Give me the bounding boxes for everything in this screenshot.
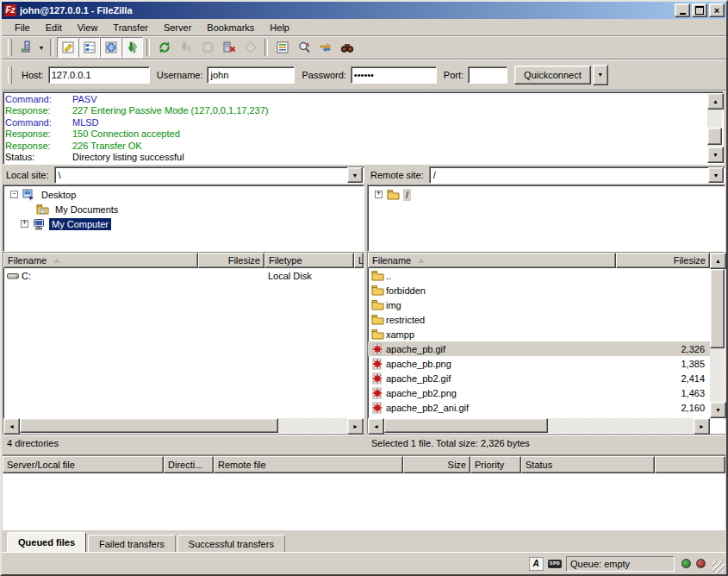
minimize-button[interactable] <box>675 3 690 17</box>
toggle-remote-tree-button[interactable] <box>100 37 121 58</box>
host-input[interactable] <box>48 66 150 84</box>
remote-file-row[interactable]: apache_pb2.gif 2,414 <box>368 371 710 385</box>
local-file-row[interactable]: C: Local Disk <box>3 268 364 283</box>
file-size: 2,414 <box>620 373 710 384</box>
window-title: john@127.0.0.1 - FileZilla <box>20 5 673 16</box>
refresh-button[interactable] <box>153 37 175 58</box>
log-text: 226 Transfer OK <box>72 141 142 152</box>
queue-column-size[interactable]: Size <box>403 456 470 473</box>
remote-file-row[interactable]: restricted <box>368 312 710 327</box>
chevron-down-icon[interactable]: ▼ <box>347 167 363 183</box>
tree-item-my-computer[interactable]: + My Computer <box>3 216 364 231</box>
site-manager-button[interactable] <box>15 37 36 58</box>
remote-file-row[interactable]: xampp <box>368 327 710 341</box>
process-queue-button[interactable] <box>175 37 196 58</box>
scroll-right-icon[interactable]: ► <box>694 418 710 435</box>
remote-site-combo[interactable]: / ▼ <box>429 166 725 184</box>
collapse-icon[interactable]: - <box>10 191 18 198</box>
synchronized-browsing-button[interactable] <box>314 37 336 58</box>
remote-column-filename[interactable]: Filename <box>368 253 616 268</box>
remote-file-row-selected[interactable]: apache_pb.gif 2,326 <box>368 341 710 356</box>
file-name: C: <box>22 271 31 281</box>
log-label: Command: <box>5 117 72 128</box>
menu-bookmarks[interactable]: Bookmarks <box>199 20 262 35</box>
log-scrollbar[interactable]: ▲ ▼ <box>707 93 722 163</box>
remote-file-row[interactable]: apache_pb2_ani.gif 2,160 <box>368 400 710 415</box>
menu-view[interactable]: View <box>70 20 106 35</box>
abort-icon <box>244 41 258 54</box>
port-input[interactable] <box>468 66 507 84</box>
scroll-down-icon[interactable]: ▼ <box>710 402 726 418</box>
local-status-bar: 4 directories <box>3 434 364 452</box>
filter-button[interactable] <box>271 37 293 58</box>
remote-file-row[interactable]: .. <box>368 268 710 283</box>
remote-hscroll-thumb[interactable] <box>384 418 548 433</box>
toggle-message-log-button[interactable] <box>57 37 78 58</box>
local-column-filename[interactable]: Filename <box>3 253 198 268</box>
queue-column-empty <box>655 456 725 473</box>
local-horizontal-scrollbar[interactable]: ◄ ► <box>3 418 364 433</box>
file-name: forbidden <box>386 285 426 296</box>
site-manager-dropdown[interactable]: ▼ <box>36 38 47 57</box>
tree-item-desktop[interactable]: - Desktop <box>3 187 364 202</box>
remote-file-row[interactable]: apache_pb2.png 1,463 <box>368 385 710 400</box>
tab-failed-transfers[interactable]: Failed transfers <box>88 535 176 552</box>
menu-transfer[interactable]: Transfer <box>105 20 156 35</box>
scroll-up-icon[interactable]: ▲ <box>710 253 726 269</box>
directory-comparison-button[interactable] <box>293 37 314 58</box>
quickconnect-dropdown[interactable]: ▼ <box>593 65 608 85</box>
expand-icon[interactable]: + <box>375 191 383 198</box>
cancel-transfer-button[interactable] <box>196 37 218 58</box>
queue-column-status[interactable]: Status <box>521 456 655 473</box>
queue-column-server-local-file[interactable]: Server/Local file <box>3 456 164 473</box>
close-button[interactable]: × <box>709 3 725 17</box>
toggle-local-tree-button[interactable] <box>78 37 100 58</box>
tree-item-my-documents[interactable]: My Documents <box>3 202 364 216</box>
remote-vscroll-thumb[interactable] <box>710 269 725 348</box>
toggle-transfer-queue-button[interactable] <box>121 37 143 58</box>
password-input[interactable] <box>351 66 437 84</box>
scroll-up-icon[interactable]: ▲ <box>707 93 724 110</box>
local-hscroll-thumb[interactable] <box>20 418 278 433</box>
image-file-icon <box>370 373 384 385</box>
remote-column-filesize[interactable]: Filesize <box>616 253 710 268</box>
find-files-icon <box>340 41 354 54</box>
chevron-down-icon[interactable]: ▼ <box>708 167 724 183</box>
resize-grip[interactable] <box>712 561 725 573</box>
remote-file-row[interactable]: apache_pb.png 1,385 <box>368 356 710 371</box>
tree-item-root[interactable]: + / <box>368 187 725 202</box>
local-column-lastmodified[interactable]: L <box>354 253 364 268</box>
queue-column-remote-file[interactable]: Remote file <box>214 456 403 473</box>
tab-queued-files[interactable]: Queued files <box>7 532 86 552</box>
remote-file-row[interactable]: forbidden <box>368 283 710 297</box>
queue-column-direction[interactable]: Directi... <box>164 456 214 473</box>
username-input[interactable] <box>207 66 295 84</box>
scroll-right-icon[interactable]: ► <box>347 418 364 435</box>
desktop-icon <box>22 189 35 201</box>
scroll-left-icon[interactable]: ◄ <box>368 418 384 435</box>
menu-server[interactable]: Server <box>156 20 199 35</box>
menu-help[interactable]: Help <box>262 20 297 35</box>
find-files-button[interactable] <box>336 37 358 58</box>
menu-edit[interactable]: Edit <box>38 20 70 35</box>
scroll-down-icon[interactable]: ▼ <box>707 147 724 163</box>
quickconnect-button[interactable]: Quickconnect <box>514 66 591 85</box>
abort-button[interactable] <box>240 37 261 58</box>
local-site-combo[interactable]: \ ▼ <box>54 166 364 184</box>
maximize-button[interactable] <box>692 3 707 17</box>
menu-file[interactable]: File <box>7 20 38 35</box>
queue-column-priority[interactable]: Priority <box>470 456 521 473</box>
tab-successful-transfers[interactable]: Successful transfers <box>177 535 285 552</box>
remote-horizontal-scrollbar[interactable]: ◄ ► <box>368 418 710 433</box>
log-label: Status: <box>5 152 72 162</box>
scroll-left-icon[interactable]: ◄ <box>3 418 20 435</box>
expand-icon[interactable]: + <box>21 220 28 228</box>
disconnect-button[interactable] <box>218 37 240 58</box>
remote-file-row[interactable]: img <box>368 297 710 312</box>
activity-led-red <box>696 559 706 568</box>
local-column-filesize[interactable]: Filesize <box>198 253 264 268</box>
log-scroll-thumb[interactable] <box>707 128 722 145</box>
queue-body <box>3 473 725 530</box>
local-column-filetype[interactable]: Filetype <box>264 253 354 268</box>
remote-vertical-scrollbar[interactable]: ▲ ▼ <box>710 253 725 418</box>
